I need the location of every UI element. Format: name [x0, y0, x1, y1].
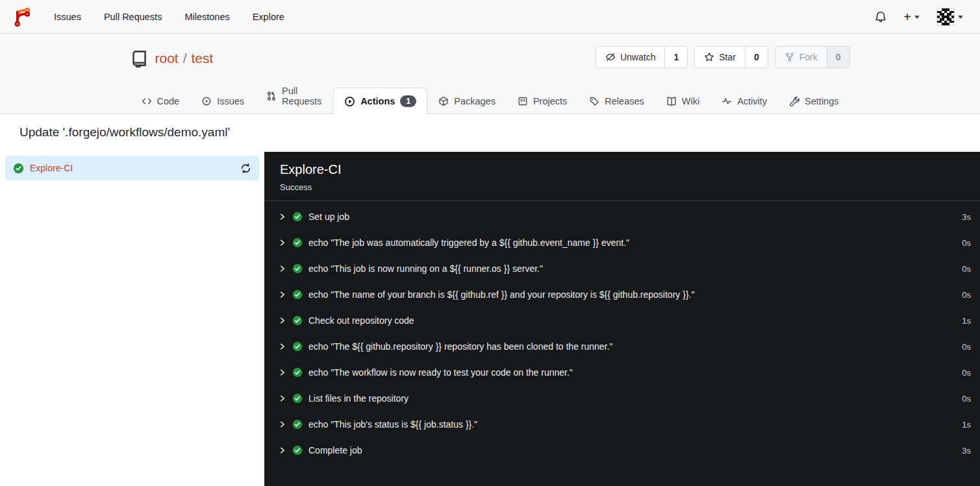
- nav-link-issues[interactable]: Issues: [54, 12, 81, 22]
- run-title-bar: Update '.forgejo/workflows/demo.yaml': [0, 114, 980, 152]
- step-row[interactable]: Check out repository code 1s: [264, 308, 980, 334]
- job-item-explore-ci[interactable]: Explore-CI: [5, 156, 259, 180]
- repo-header: root / test Unwatch 1: [0, 34, 980, 114]
- tab-code[interactable]: Code: [131, 88, 191, 114]
- step-duration: 3s: [962, 446, 971, 456]
- forks-count: 0: [827, 47, 849, 67]
- project-board-icon: [518, 96, 528, 106]
- tab-packages[interactable]: Packages: [427, 88, 507, 114]
- success-check-icon: [292, 212, 303, 222]
- step-name: List files in the repository: [308, 393, 408, 404]
- unwatch-button[interactable]: Unwatch 1: [596, 46, 688, 68]
- chevron-right-icon: [279, 420, 286, 428]
- rerun-sync-icon[interactable]: [240, 163, 251, 174]
- repo-icon: [131, 49, 149, 67]
- tab-pull-requests[interactable]: Pull Requests: [255, 78, 333, 114]
- step-row[interactable]: echo "This job's status is ${{ job.statu…: [264, 411, 980, 437]
- eye-slash-icon: [605, 52, 616, 62]
- console-job-name: Explore-CI: [280, 162, 964, 177]
- tools-icon: [789, 96, 799, 106]
- step-name: echo "This job's status is ${{ job.statu…: [308, 419, 477, 430]
- tab-activity-label: Activity: [737, 96, 767, 106]
- tab-releases-label: Releases: [605, 96, 644, 106]
- tab-pull-requests-label: Pull Requests: [282, 86, 322, 106]
- job-item-label: Explore-CI: [30, 163, 73, 173]
- breadcrumb-separator: /: [183, 51, 187, 66]
- issue-opened-icon: [201, 96, 212, 106]
- page-title: Update '.forgejo/workflows/demo.yaml': [19, 125, 961, 140]
- step-row[interactable]: echo "The ${{ github.repository }} repos…: [264, 334, 980, 359]
- step-row[interactable]: List files in the repository 0s: [264, 385, 980, 411]
- step-duration: 1s: [962, 420, 971, 430]
- tab-releases[interactable]: Releases: [578, 88, 655, 114]
- tab-wiki[interactable]: Wiki: [655, 88, 710, 114]
- tab-actions-label: Actions: [360, 96, 395, 106]
- user-menu-button[interactable]: [931, 4, 968, 30]
- forgejo-logo-icon[interactable]: [12, 6, 32, 27]
- step-duration: 1s: [962, 316, 971, 326]
- success-check-icon: [292, 263, 303, 274]
- step-row[interactable]: Set up job 3s: [264, 204, 980, 230]
- tab-projects-label: Projects: [533, 96, 567, 106]
- package-icon: [438, 96, 449, 106]
- steps-list: Set up job 3s echo "The job was automati…: [264, 201, 980, 463]
- step-duration: 0s: [962, 264, 971, 274]
- nav-link-explore[interactable]: Explore: [253, 12, 284, 22]
- stars-count[interactable]: 0: [745, 47, 768, 67]
- navbar-links: Issues Pull Requests Milestones Explore: [54, 12, 284, 22]
- tab-activity[interactable]: Activity: [710, 88, 778, 114]
- success-check-icon: [292, 289, 303, 300]
- actions-count-badge: 1: [400, 95, 416, 107]
- plus-icon: +: [903, 12, 911, 21]
- step-name: Check out repository code: [308, 315, 414, 326]
- step-duration: 0s: [962, 394, 971, 404]
- tag-icon: [589, 96, 599, 106]
- play-circle-icon: [344, 96, 355, 107]
- chevron-right-icon: [279, 213, 286, 221]
- step-name: echo "The job was automatically triggere…: [308, 237, 629, 248]
- jobs-sidebar: Explore-CI: [0, 152, 264, 486]
- success-check-icon: [292, 419, 303, 430]
- step-row[interactable]: echo "This job is now running on a ${{ r…: [264, 256, 980, 282]
- tab-packages-label: Packages: [454, 96, 496, 106]
- job-log-console: Explore-CI Success Set up job 3s echo "T…: [264, 152, 980, 486]
- avatar: [936, 8, 955, 26]
- watchers-count[interactable]: 1: [664, 47, 687, 67]
- console-header: Explore-CI Success: [264, 152, 980, 201]
- tab-projects[interactable]: Projects: [507, 88, 578, 114]
- top-navbar: Issues Pull Requests Milestones Explore …: [0, 0, 980, 34]
- star-button[interactable]: Star 0: [694, 46, 768, 68]
- fork-label: Fork: [799, 52, 818, 62]
- chevron-right-icon: [279, 446, 286, 454]
- chevron-right-icon: [279, 291, 286, 298]
- repo-tabs: Code Issues: [131, 78, 850, 114]
- tab-settings[interactable]: Settings: [778, 88, 849, 114]
- fork-icon: [785, 52, 795, 62]
- step-name: echo "This job is now running on a ${{ r…: [308, 263, 543, 274]
- tab-issues-label: Issues: [217, 96, 244, 106]
- chevron-right-icon: [279, 369, 286, 376]
- step-row[interactable]: Complete job 3s: [264, 437, 980, 463]
- step-duration: 0s: [962, 238, 971, 248]
- nav-link-milestones[interactable]: Milestones: [184, 12, 229, 22]
- chevron-right-icon: [279, 265, 286, 273]
- repo-owner-link[interactable]: root: [155, 51, 179, 66]
- step-row[interactable]: echo "The job was automatically triggere…: [264, 230, 980, 256]
- chevron-right-icon: [279, 343, 286, 350]
- pulse-icon: [722, 96, 732, 106]
- create-new-button[interactable]: +: [898, 8, 925, 25]
- notifications-bell-icon[interactable]: [870, 7, 892, 27]
- step-duration: 0s: [962, 368, 971, 378]
- success-check-icon: [13, 163, 24, 174]
- chevron-right-icon: [279, 239, 286, 247]
- step-name: echo "The workflow is now ready to test …: [308, 367, 573, 378]
- step-row[interactable]: echo "The name of your branch is ${{ git…: [264, 282, 980, 308]
- tab-actions[interactable]: Actions 1: [333, 88, 427, 114]
- repo-breadcrumb: root / test: [155, 51, 214, 66]
- fork-button: Fork 0: [775, 46, 850, 68]
- tab-issues[interactable]: Issues: [190, 88, 255, 114]
- git-pull-request-icon: [266, 91, 277, 101]
- step-row[interactable]: echo "The workflow is now ready to test …: [264, 359, 980, 385]
- nav-link-pull-requests[interactable]: Pull Requests: [104, 12, 162, 22]
- repo-name-link[interactable]: test: [192, 51, 214, 66]
